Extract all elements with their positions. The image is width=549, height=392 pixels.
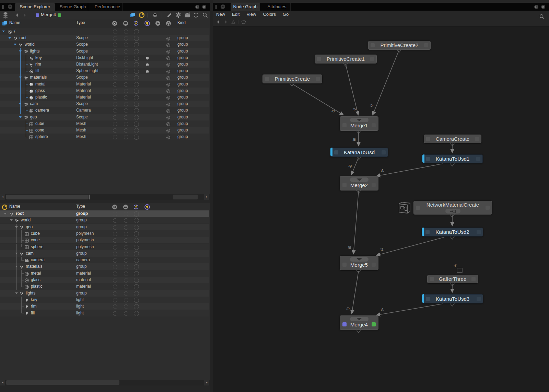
visibility-toggle[interactable] [113, 82, 117, 87]
scrollbar-thumb[interactable] [6, 195, 89, 199]
tree-row-glass[interactable]: glassMaterialgroup [0, 88, 209, 94]
live-render-toggle[interactable] [134, 218, 139, 223]
scroll-right-button[interactable]: ▸ [204, 194, 209, 200]
tree-row-cube[interactable]: cubeMeshgroup [0, 120, 209, 127]
render-toggle[interactable] [124, 95, 128, 100]
eye-icon[interactable] [112, 204, 117, 210]
render-toggle[interactable] [124, 218, 128, 223]
column-type[interactable]: Type [76, 20, 85, 28]
visibility-toggle[interactable] [113, 258, 117, 263]
tree-row-root-slash[interactable]: / [0, 28, 209, 35]
render-toggle[interactable] [124, 304, 128, 309]
live-render-toggle[interactable] [134, 69, 139, 74]
clapper-icon[interactable] [123, 204, 128, 210]
visibility-toggle[interactable] [113, 311, 117, 316]
render-toggle[interactable] [124, 49, 128, 54]
download-icon[interactable] [155, 21, 161, 26]
column-type[interactable]: Type [76, 203, 85, 210]
graph-node-Merge4[interactable]: Merge4 [340, 315, 378, 330]
column-name[interactable]: Name [9, 20, 20, 28]
scroll-right-button[interactable]: ▸ [204, 380, 209, 385]
expander-icon[interactable] [19, 50, 22, 52]
menu-edit[interactable]: Edit [229, 11, 243, 18]
expander-icon[interactable] [15, 253, 18, 254]
expander-icon[interactable] [15, 226, 18, 228]
tree-row-rim[interactable]: rimlight [0, 303, 209, 310]
visibility-toggle[interactable] [113, 56, 117, 60]
render-toggle[interactable] [124, 265, 128, 269]
graph-node-KatanaToUsd[interactable]: KatanaToUsd [330, 148, 388, 157]
render-toggle[interactable] [124, 115, 128, 120]
kind-badge-icon[interactable] [166, 82, 171, 87]
kind-badge-icon[interactable] [166, 109, 171, 113]
tree-row-plastic[interactable]: plasticMaterialgroup [0, 94, 209, 101]
close-icon[interactable] [202, 4, 207, 9]
render-toggle[interactable] [124, 43, 128, 47]
right-tab-attributes[interactable]: Attributes [264, 3, 291, 11]
node-graph-canvas[interactable]: i0i1i2ini0i1i0i1i0i1 inPrimitiveCreate2P… [213, 26, 549, 392]
visibility-toggle[interactable] [113, 122, 117, 126]
live-render-toggle[interactable] [134, 128, 139, 133]
viewer-blue-icon[interactable] [129, 12, 136, 18]
expander-icon[interactable] [19, 116, 22, 118]
live-render-toggle[interactable] [134, 29, 139, 34]
render-toggle[interactable] [124, 36, 128, 41]
graph-node-Merge2[interactable]: Merge2 [340, 176, 378, 191]
tree-row-camera[interactable]: cameraCameragroup [0, 107, 209, 114]
column-name[interactable]: Name [9, 203, 20, 210]
tree-row-materials[interactable]: materialsgroup [0, 263, 209, 270]
tree-row-rim[interactable]: rimDistantLightgroup [0, 61, 209, 68]
render-toggle[interactable] [124, 128, 128, 133]
visibility-toggle[interactable] [113, 89, 117, 93]
visibility-toggle[interactable] [113, 238, 117, 243]
lightball-icon[interactable] [145, 69, 150, 74]
live-render-toggle[interactable] [134, 56, 139, 61]
visibility-toggle[interactable] [113, 30, 117, 34]
render-toggle[interactable] [124, 258, 128, 263]
kind-badge-icon[interactable] [166, 95, 171, 100]
kind-badge-icon[interactable] [166, 122, 171, 126]
visibility-toggle[interactable] [113, 265, 117, 269]
maximize-icon[interactable] [534, 4, 539, 9]
tree-row-lights[interactable]: lightsScopegroup [0, 48, 209, 55]
live-render-toggle[interactable] [134, 278, 139, 283]
render-toggle[interactable] [124, 135, 128, 139]
live-render-toggle[interactable] [134, 122, 139, 127]
nav-up-icon[interactable] [231, 19, 236, 25]
tree-row-world[interactable]: worldgroup [0, 217, 209, 223]
tree-row-materials[interactable]: materialsScopegroup [0, 74, 209, 81]
graph-node-Merge5[interactable]: Merge5 [340, 256, 378, 270]
nav-back-icon[interactable] [215, 19, 221, 25]
power-icon[interactable] [166, 21, 171, 26]
live-render-toggle[interactable] [134, 284, 139, 289]
lightball-icon[interactable] [145, 62, 150, 67]
lightball-icon[interactable] [145, 56, 150, 60]
eye-icon[interactable] [112, 21, 117, 26]
menu-view[interactable]: View [243, 11, 259, 18]
render-toggle[interactable] [124, 76, 128, 80]
tree-row-key[interactable]: keylight [0, 297, 209, 303]
visibility-toggle[interactable] [113, 135, 117, 139]
nav-forward-icon[interactable] [22, 12, 27, 18]
live-render-toggle[interactable] [134, 211, 139, 217]
visibility-toggle[interactable] [113, 95, 117, 100]
layers-icon[interactable] [2, 12, 9, 19]
visibility-toggle[interactable] [113, 212, 117, 216]
render-toggle[interactable] [124, 69, 128, 73]
render-toggle[interactable] [124, 56, 128, 60]
live-render-toggle[interactable] [134, 135, 139, 140]
handle-icon[interactable] [214, 4, 217, 10]
visibility-toggle[interactable] [113, 252, 117, 256]
live-render-toggle[interactable] [134, 251, 139, 256]
scrollbar-thumb[interactable] [6, 380, 119, 385]
expander-icon[interactable] [15, 292, 18, 294]
live-render-toggle[interactable] [134, 245, 139, 250]
bottom-scrollbar[interactable]: ◂ ▸ [0, 380, 210, 385]
graph-node-NetworkMaterialCreate[interactable]: NetworkMaterialCreate [413, 201, 492, 215]
enter-group-badge[interactable] [445, 209, 460, 214]
left-tab-scene-explorer[interactable]: Scene Explorer [15, 3, 55, 11]
nav-forward-icon[interactable] [223, 19, 229, 25]
tree-row-glass[interactable]: glassmaterial [0, 277, 209, 283]
expander-icon[interactable] [10, 219, 13, 221]
render-toggle[interactable] [124, 89, 128, 93]
